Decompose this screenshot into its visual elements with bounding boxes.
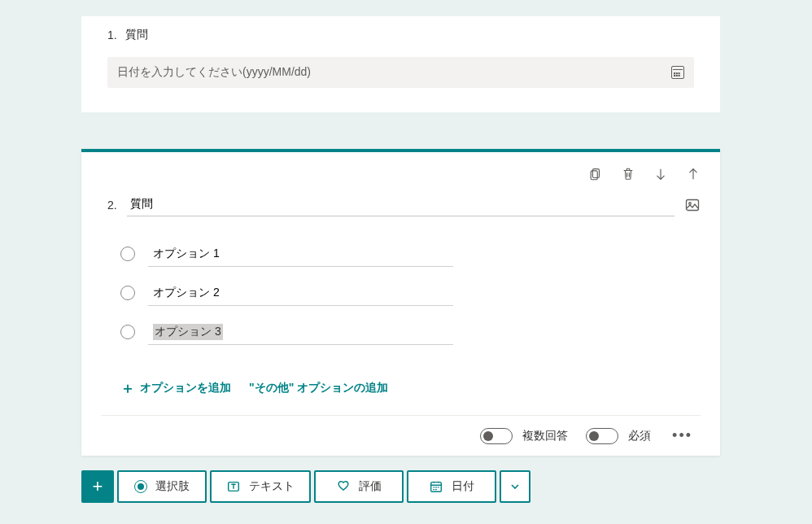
chevron-down-icon bbox=[509, 481, 521, 492]
type-rating-label: 評価 bbox=[359, 479, 382, 494]
date-input-field[interactable]: 日付を入力してください(yyyy/MM/dd) bbox=[107, 57, 694, 88]
question-footer: 複数回答 必須 ••• bbox=[101, 415, 701, 456]
multiple-answers-toggle[interactable] bbox=[480, 428, 513, 444]
option-row bbox=[120, 241, 692, 267]
q1-header: 1. 質問 bbox=[107, 24, 694, 57]
type-choice-button[interactable]: 選択肢 bbox=[117, 470, 207, 503]
question-toolbar bbox=[101, 165, 701, 193]
q2-title-row: 2. bbox=[101, 193, 701, 216]
svg-rect-2 bbox=[687, 199, 699, 210]
question-2-card: 2. オプション 3 bbox=[81, 149, 720, 456]
radio-icon bbox=[120, 325, 135, 339]
add-option-row: ＋ オプションを追加 "その他" オプションの追加 bbox=[101, 373, 701, 415]
option-input-wrap[interactable] bbox=[148, 280, 453, 306]
q1-number: 1. bbox=[107, 28, 117, 41]
add-option-label: オプションを追加 bbox=[140, 381, 231, 395]
options-list: オプション 3 bbox=[101, 216, 701, 373]
add-question-button[interactable]: + bbox=[81, 470, 114, 503]
option-input-3-selected[interactable]: オプション 3 bbox=[153, 324, 223, 340]
svg-rect-0 bbox=[592, 169, 599, 178]
type-rating-button[interactable]: 評価 bbox=[314, 470, 404, 503]
date-icon bbox=[429, 479, 443, 494]
type-text-button[interactable]: テキスト bbox=[210, 470, 311, 503]
radio-icon bbox=[120, 286, 135, 300]
more-types-button[interactable] bbox=[500, 470, 530, 503]
move-up-button[interactable] bbox=[686, 167, 701, 181]
calendar-icon bbox=[671, 66, 684, 79]
add-question-panel: + 選択肢 テキスト 評価 日付 bbox=[81, 470, 720, 503]
copy-button[interactable] bbox=[588, 167, 603, 181]
option-row: オプション 3 bbox=[120, 319, 692, 345]
rating-icon bbox=[336, 479, 351, 494]
required-toggle[interactable] bbox=[586, 428, 618, 444]
more-options-button[interactable]: ••• bbox=[669, 427, 696, 444]
insert-media-icon[interactable] bbox=[684, 197, 701, 213]
option-input-wrap[interactable] bbox=[148, 241, 453, 267]
option-input-wrap[interactable]: オプション 3 bbox=[148, 319, 453, 345]
plus-icon: ＋ bbox=[120, 381, 135, 395]
delete-button[interactable] bbox=[621, 167, 635, 181]
multiple-answers-label: 複数回答 bbox=[522, 429, 568, 443]
option-input-1[interactable] bbox=[153, 247, 448, 260]
type-date-label: 日付 bbox=[452, 479, 474, 494]
text-icon bbox=[226, 479, 241, 494]
q1-title: 質問 bbox=[125, 28, 148, 42]
question-1-card: 1. 質問 日付を入力してください(yyyy/MM/dd) bbox=[81, 16, 720, 112]
required-label: 必須 bbox=[628, 429, 651, 443]
date-placeholder: 日付を入力してください(yyyy/MM/dd) bbox=[117, 65, 311, 80]
q2-number: 2. bbox=[107, 199, 117, 212]
svg-rect-1 bbox=[591, 171, 597, 180]
type-date-button[interactable]: 日付 bbox=[407, 470, 496, 503]
form-canvas: 1. 質問 日付を入力してください(yyyy/MM/dd) 2. bbox=[81, 16, 720, 503]
option-input-2[interactable] bbox=[153, 286, 448, 299]
option-row bbox=[120, 280, 692, 306]
type-choice-label: 選択肢 bbox=[155, 479, 190, 494]
add-other-button[interactable]: "その他" オプションの追加 bbox=[249, 381, 388, 395]
radio-icon bbox=[120, 247, 135, 261]
choice-icon bbox=[134, 480, 147, 493]
type-text-label: テキスト bbox=[249, 479, 295, 494]
svg-point-3 bbox=[689, 202, 692, 204]
move-down-button[interactable] bbox=[653, 167, 668, 181]
add-option-button[interactable]: ＋ オプションを追加 bbox=[120, 381, 231, 395]
question-title-input[interactable] bbox=[127, 193, 674, 216]
